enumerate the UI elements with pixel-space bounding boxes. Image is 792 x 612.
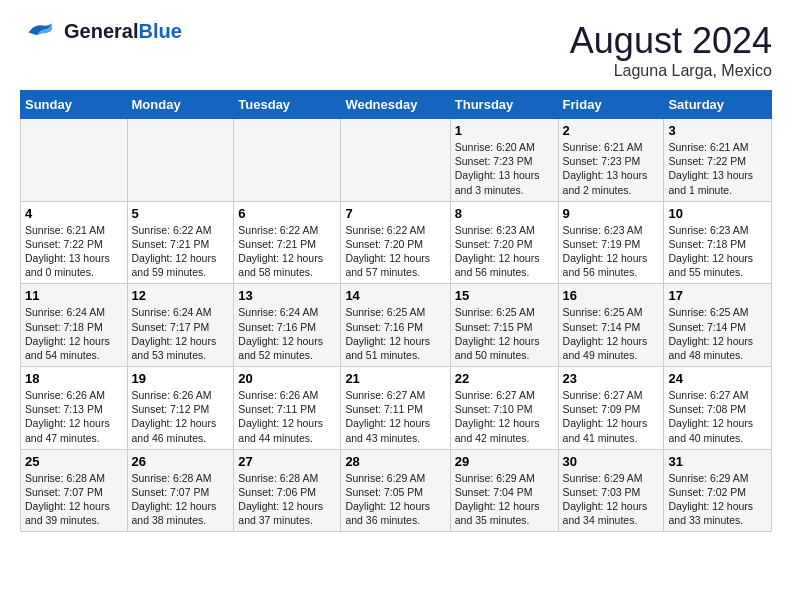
day-number: 13 (238, 288, 336, 303)
cell-week1-day1 (127, 119, 234, 202)
day-number: 14 (345, 288, 445, 303)
day-info: Sunrise: 6:20 AM Sunset: 7:23 PM Dayligh… (455, 140, 554, 197)
day-info: Sunrise: 6:26 AM Sunset: 7:11 PM Dayligh… (238, 388, 336, 445)
day-info: Sunrise: 6:29 AM Sunset: 7:04 PM Dayligh… (455, 471, 554, 528)
week-row-4: 18Sunrise: 6:26 AM Sunset: 7:13 PM Dayli… (21, 367, 772, 450)
day-info: Sunrise: 6:24 AM Sunset: 7:17 PM Dayligh… (132, 305, 230, 362)
day-info: Sunrise: 6:29 AM Sunset: 7:03 PM Dayligh… (563, 471, 660, 528)
day-info: Sunrise: 6:28 AM Sunset: 7:06 PM Dayligh… (238, 471, 336, 528)
cell-week4-day2: 20Sunrise: 6:26 AM Sunset: 7:11 PM Dayli… (234, 367, 341, 450)
logo-blue: Blue (138, 20, 181, 42)
cell-week2-day3: 7Sunrise: 6:22 AM Sunset: 7:20 PM Daylig… (341, 201, 450, 284)
month-year: August 2024 (570, 20, 772, 62)
col-friday: Friday (558, 91, 664, 119)
day-info: Sunrise: 6:24 AM Sunset: 7:18 PM Dayligh… (25, 305, 123, 362)
cell-week2-day6: 10Sunrise: 6:23 AM Sunset: 7:18 PM Dayli… (664, 201, 772, 284)
cell-week4-day5: 23Sunrise: 6:27 AM Sunset: 7:09 PM Dayli… (558, 367, 664, 450)
day-number: 17 (668, 288, 767, 303)
day-info: Sunrise: 6:23 AM Sunset: 7:20 PM Dayligh… (455, 223, 554, 280)
day-number: 27 (238, 454, 336, 469)
cell-week3-day6: 17Sunrise: 6:25 AM Sunset: 7:14 PM Dayli… (664, 284, 772, 367)
week-row-3: 11Sunrise: 6:24 AM Sunset: 7:18 PM Dayli… (21, 284, 772, 367)
day-info: Sunrise: 6:29 AM Sunset: 7:02 PM Dayligh… (668, 471, 767, 528)
logo-general: General (64, 20, 138, 42)
day-number: 11 (25, 288, 123, 303)
day-number: 18 (25, 371, 123, 386)
day-number: 29 (455, 454, 554, 469)
col-tuesday: Tuesday (234, 91, 341, 119)
cell-week4-day1: 19Sunrise: 6:26 AM Sunset: 7:12 PM Dayli… (127, 367, 234, 450)
cell-week5-day2: 27Sunrise: 6:28 AM Sunset: 7:06 PM Dayli… (234, 449, 341, 532)
day-number: 22 (455, 371, 554, 386)
day-number: 1 (455, 123, 554, 138)
day-number: 23 (563, 371, 660, 386)
cell-week4-day0: 18Sunrise: 6:26 AM Sunset: 7:13 PM Dayli… (21, 367, 128, 450)
cell-week3-day3: 14Sunrise: 6:25 AM Sunset: 7:16 PM Dayli… (341, 284, 450, 367)
day-info: Sunrise: 6:23 AM Sunset: 7:18 PM Dayligh… (668, 223, 767, 280)
day-number: 3 (668, 123, 767, 138)
week-row-1: 1Sunrise: 6:20 AM Sunset: 7:23 PM Daylig… (21, 119, 772, 202)
day-info: Sunrise: 6:25 AM Sunset: 7:14 PM Dayligh… (668, 305, 767, 362)
day-number: 6 (238, 206, 336, 221)
logo-text-block: GeneralBlue (64, 20, 182, 42)
day-number: 8 (455, 206, 554, 221)
day-info: Sunrise: 6:25 AM Sunset: 7:15 PM Dayligh… (455, 305, 554, 362)
cell-week1-day0 (21, 119, 128, 202)
day-info: Sunrise: 6:27 AM Sunset: 7:09 PM Dayligh… (563, 388, 660, 445)
week-row-2: 4Sunrise: 6:21 AM Sunset: 7:22 PM Daylig… (21, 201, 772, 284)
day-info: Sunrise: 6:21 AM Sunset: 7:22 PM Dayligh… (668, 140, 767, 197)
cell-week3-day1: 12Sunrise: 6:24 AM Sunset: 7:17 PM Dayli… (127, 284, 234, 367)
day-number: 16 (563, 288, 660, 303)
day-number: 10 (668, 206, 767, 221)
cell-week5-day1: 26Sunrise: 6:28 AM Sunset: 7:07 PM Dayli… (127, 449, 234, 532)
day-number: 15 (455, 288, 554, 303)
cell-week5-day4: 29Sunrise: 6:29 AM Sunset: 7:04 PM Dayli… (450, 449, 558, 532)
day-number: 4 (25, 206, 123, 221)
col-monday: Monday (127, 91, 234, 119)
cell-week2-day2: 6Sunrise: 6:22 AM Sunset: 7:21 PM Daylig… (234, 201, 341, 284)
cell-week2-day0: 4Sunrise: 6:21 AM Sunset: 7:22 PM Daylig… (21, 201, 128, 284)
cell-week5-day5: 30Sunrise: 6:29 AM Sunset: 7:03 PM Dayli… (558, 449, 664, 532)
col-wednesday: Wednesday (341, 91, 450, 119)
day-info: Sunrise: 6:25 AM Sunset: 7:16 PM Dayligh… (345, 305, 445, 362)
cell-week3-day4: 15Sunrise: 6:25 AM Sunset: 7:15 PM Dayli… (450, 284, 558, 367)
cell-week2-day4: 8Sunrise: 6:23 AM Sunset: 7:20 PM Daylig… (450, 201, 558, 284)
title-block: August 2024 Laguna Larga, Mexico (570, 20, 772, 80)
cell-week3-day0: 11Sunrise: 6:24 AM Sunset: 7:18 PM Dayli… (21, 284, 128, 367)
cell-week4-day3: 21Sunrise: 6:27 AM Sunset: 7:11 PM Dayli… (341, 367, 450, 450)
cell-week4-day6: 24Sunrise: 6:27 AM Sunset: 7:08 PM Dayli… (664, 367, 772, 450)
col-saturday: Saturday (664, 91, 772, 119)
day-info: Sunrise: 6:23 AM Sunset: 7:19 PM Dayligh… (563, 223, 660, 280)
calendar-header-row: Sunday Monday Tuesday Wednesday Thursday… (21, 91, 772, 119)
cell-week1-day5: 2Sunrise: 6:21 AM Sunset: 7:23 PM Daylig… (558, 119, 664, 202)
cell-week3-day5: 16Sunrise: 6:25 AM Sunset: 7:14 PM Dayli… (558, 284, 664, 367)
cell-week5-day6: 31Sunrise: 6:29 AM Sunset: 7:02 PM Dayli… (664, 449, 772, 532)
location: Laguna Larga, Mexico (570, 62, 772, 80)
day-number: 30 (563, 454, 660, 469)
day-info: Sunrise: 6:28 AM Sunset: 7:07 PM Dayligh… (132, 471, 230, 528)
day-number: 25 (25, 454, 123, 469)
week-row-5: 25Sunrise: 6:28 AM Sunset: 7:07 PM Dayli… (21, 449, 772, 532)
cell-week1-day2 (234, 119, 341, 202)
day-number: 19 (132, 371, 230, 386)
page-header: GeneralBlue August 2024 Laguna Larga, Me… (20, 20, 772, 80)
day-info: Sunrise: 6:21 AM Sunset: 7:23 PM Dayligh… (563, 140, 660, 197)
cell-week1-day4: 1Sunrise: 6:20 AM Sunset: 7:23 PM Daylig… (450, 119, 558, 202)
col-sunday: Sunday (21, 91, 128, 119)
cell-week3-day2: 13Sunrise: 6:24 AM Sunset: 7:16 PM Dayli… (234, 284, 341, 367)
day-info: Sunrise: 6:27 AM Sunset: 7:10 PM Dayligh… (455, 388, 554, 445)
day-info: Sunrise: 6:27 AM Sunset: 7:11 PM Dayligh… (345, 388, 445, 445)
day-info: Sunrise: 6:29 AM Sunset: 7:05 PM Dayligh… (345, 471, 445, 528)
day-info: Sunrise: 6:27 AM Sunset: 7:08 PM Dayligh… (668, 388, 767, 445)
day-info: Sunrise: 6:26 AM Sunset: 7:13 PM Dayligh… (25, 388, 123, 445)
day-info: Sunrise: 6:24 AM Sunset: 7:16 PM Dayligh… (238, 305, 336, 362)
cell-week5-day3: 28Sunrise: 6:29 AM Sunset: 7:05 PM Dayli… (341, 449, 450, 532)
day-info: Sunrise: 6:28 AM Sunset: 7:07 PM Dayligh… (25, 471, 123, 528)
logo-icon (20, 21, 60, 41)
day-number: 12 (132, 288, 230, 303)
cell-week2-day5: 9Sunrise: 6:23 AM Sunset: 7:19 PM Daylig… (558, 201, 664, 284)
day-info: Sunrise: 6:22 AM Sunset: 7:21 PM Dayligh… (132, 223, 230, 280)
calendar-table: Sunday Monday Tuesday Wednesday Thursday… (20, 90, 772, 532)
day-number: 9 (563, 206, 660, 221)
day-info: Sunrise: 6:22 AM Sunset: 7:20 PM Dayligh… (345, 223, 445, 280)
